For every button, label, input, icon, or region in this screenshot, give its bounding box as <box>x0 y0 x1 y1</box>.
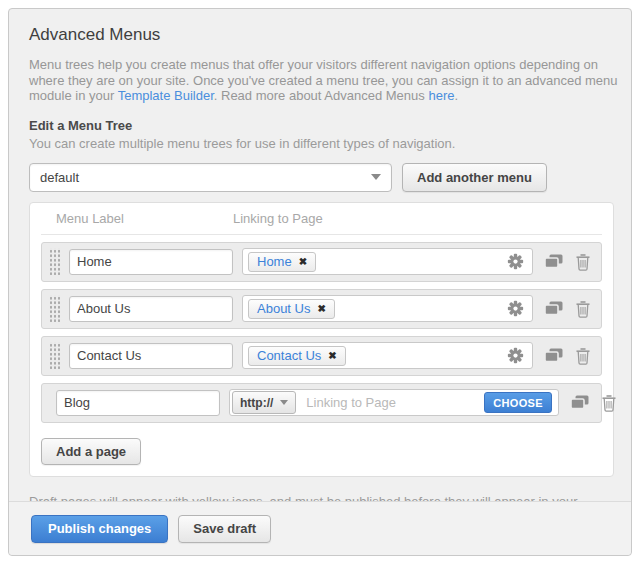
intro-mid-text: . Read more about Advanced Menus <box>214 88 429 103</box>
template-builder-link[interactable]: Template Builder <box>118 88 214 103</box>
choose-page-button[interactable]: CHOOSE <box>484 392 551 413</box>
add-page-button[interactable]: Add a page <box>41 438 141 465</box>
add-another-menu-button[interactable]: Add another menu <box>402 163 547 192</box>
remove-tag-icon[interactable]: ✖ <box>299 256 307 267</box>
drag-handle-icon[interactable] <box>48 342 61 369</box>
menu-row-about-us: About Us ✖ <box>41 289 602 329</box>
linking-to-page-field[interactable]: About Us ✖ <box>242 295 533 322</box>
action-bar: Publish changes Save draft <box>9 501 631 555</box>
trash-icon[interactable] <box>575 347 591 365</box>
gear-icon[interactable] <box>507 300 524 317</box>
remove-tag-icon[interactable]: ✖ <box>328 350 336 361</box>
remove-tag-icon[interactable]: ✖ <box>317 303 325 314</box>
chevron-down-icon <box>371 174 381 180</box>
page-title: Advanced Menus <box>29 25 611 45</box>
protocol-select-value: http:// <box>240 396 273 410</box>
gear-icon[interactable] <box>507 253 524 270</box>
page-tag: Home ✖ <box>248 252 316 272</box>
copy-icon[interactable] <box>544 254 564 270</box>
menu-tree-editor: Menu Label Linking to Page Home ✖ <box>29 202 614 477</box>
copy-icon[interactable] <box>544 348 564 364</box>
menu-label-input[interactable] <box>69 296 233 322</box>
menu-row-blog: http:// CHOOSE <box>41 383 602 423</box>
page-tag: Contact Us ✖ <box>248 346 346 366</box>
column-menu-label: Menu Label <box>56 211 233 226</box>
menu-tree-toolbar: default Add another menu <box>29 163 611 192</box>
copy-icon[interactable] <box>544 301 564 317</box>
page-tag: About Us ✖ <box>248 299 335 319</box>
intro-paragraph: Menu trees help you create menus that of… <box>29 57 619 104</box>
drag-handle-icon[interactable] <box>48 295 61 322</box>
trash-icon[interactable] <box>575 300 591 318</box>
column-linking-to-page: Linking to Page <box>233 211 323 226</box>
page-tag-label: About Us <box>257 301 310 316</box>
table-header: Menu Label Linking to Page <box>41 203 602 235</box>
read-more-here-link[interactable]: here <box>428 88 454 103</box>
menu-label-input[interactable] <box>69 249 233 275</box>
protocol-select[interactable]: http:// <box>232 391 296 414</box>
menu-label-input[interactable] <box>56 390 220 416</box>
menu-row-home: Home ✖ <box>41 242 602 282</box>
linking-to-page-field[interactable]: Contact Us ✖ <box>242 342 533 369</box>
edit-menu-tree-heading: Edit a Menu Tree <box>29 118 611 133</box>
save-draft-button[interactable]: Save draft <box>178 515 271 543</box>
page-tag-label: Home <box>257 254 292 269</box>
drag-handle-icon[interactable] <box>48 248 61 275</box>
menu-tree-select[interactable]: default <box>29 163 392 192</box>
publish-changes-button[interactable]: Publish changes <box>31 515 168 543</box>
linking-to-page-field[interactable]: http:// CHOOSE <box>229 389 559 416</box>
menu-tree-select-value: default <box>40 170 79 185</box>
trash-icon[interactable] <box>575 253 591 271</box>
intro-end-text: . <box>454 88 458 103</box>
menu-label-input[interactable] <box>69 343 233 369</box>
menu-row-contact-us: Contact Us ✖ <box>41 336 602 376</box>
chevron-down-icon <box>280 400 288 405</box>
page-tag-label: Contact Us <box>257 348 321 363</box>
copy-icon[interactable] <box>570 395 590 411</box>
link-url-input[interactable] <box>304 391 484 414</box>
gear-icon[interactable] <box>507 347 524 364</box>
advanced-menus-panel: Advanced Menus Menu trees help you creat… <box>8 8 632 556</box>
linking-to-page-field[interactable]: Home ✖ <box>242 248 533 275</box>
edit-menu-tree-subheading: You can create multiple menu trees for u… <box>29 136 611 151</box>
trash-icon[interactable] <box>601 394 617 412</box>
